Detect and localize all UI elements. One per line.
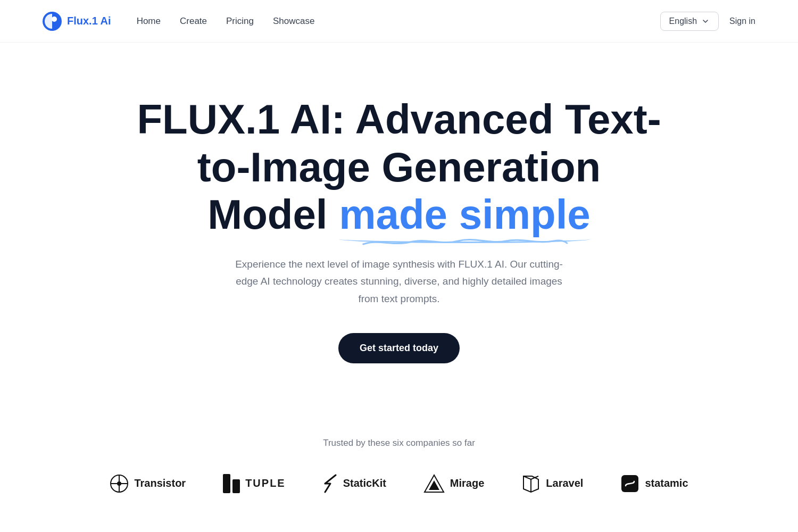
nav-right: English Sign in: [660, 12, 755, 31]
tuple-label: TUPLE: [245, 477, 286, 489]
get-started-button[interactable]: Get started today: [338, 333, 460, 363]
company-tuple: TUPLE: [223, 474, 286, 493]
svg-rect-6: [223, 474, 230, 493]
hero-section: FLUX.1 AI: Advanced Text-to-Image Genera…: [0, 43, 798, 406]
nav-link-showcase[interactable]: Showcase: [273, 16, 314, 26]
hero-title: FLUX.1 AI: Advanced Text-to-Image Genera…: [133, 96, 665, 239]
company-laravel: Laravel: [521, 474, 583, 493]
company-statamic: statamic: [620, 474, 688, 493]
mirage-icon: [423, 474, 445, 493]
svg-point-5: [117, 481, 121, 486]
transistor-label: Transistor: [134, 477, 186, 489]
transistor-icon: [110, 474, 129, 493]
statickit-icon: [323, 474, 338, 493]
nav-links: Home Create Pricing Showcase: [137, 16, 315, 27]
navbar: Flux.1 Ai Home Create Pricing Showcase E…: [0, 0, 798, 43]
logo-text: Flux.1 Ai: [67, 15, 111, 27]
hero-description: Experience the next level of image synth…: [234, 256, 564, 307]
mirage-label: Mirage: [450, 477, 484, 489]
language-label: English: [669, 16, 697, 26]
nav-link-create[interactable]: Create: [180, 16, 207, 26]
nav-left: Flux.1 Ai Home Create Pricing Showcase: [43, 12, 314, 31]
statickit-label: StaticKit: [343, 477, 386, 489]
statamic-label: statamic: [645, 477, 688, 489]
logo[interactable]: Flux.1 Ai: [43, 12, 111, 31]
statamic-icon: [620, 474, 639, 493]
chevron-down-icon: [701, 17, 710, 26]
svg-point-1: [52, 16, 57, 22]
trusted-section: Trusted by these six companies so far Tr…: [0, 406, 798, 514]
laravel-icon: [521, 474, 541, 493]
logo-icon: [43, 12, 62, 31]
nav-link-pricing[interactable]: Pricing: [226, 16, 254, 26]
svg-rect-7: [232, 479, 240, 493]
trusted-label: Trusted by these six companies so far: [43, 438, 755, 448]
signin-button[interactable]: Sign in: [729, 16, 755, 26]
squiggle-decoration: [339, 237, 591, 246]
company-statickit: StaticKit: [323, 474, 386, 493]
language-selector[interactable]: English: [660, 12, 719, 31]
laravel-label: Laravel: [546, 477, 583, 489]
company-transistor: Transistor: [110, 474, 186, 493]
company-mirage: Mirage: [423, 474, 484, 493]
tuple-icon: [223, 474, 240, 493]
nav-link-home[interactable]: Home: [137, 16, 161, 26]
companies-row: Transistor TUPLE StaticKit Mirage: [43, 474, 755, 493]
hero-highlight: made simple: [339, 191, 591, 239]
